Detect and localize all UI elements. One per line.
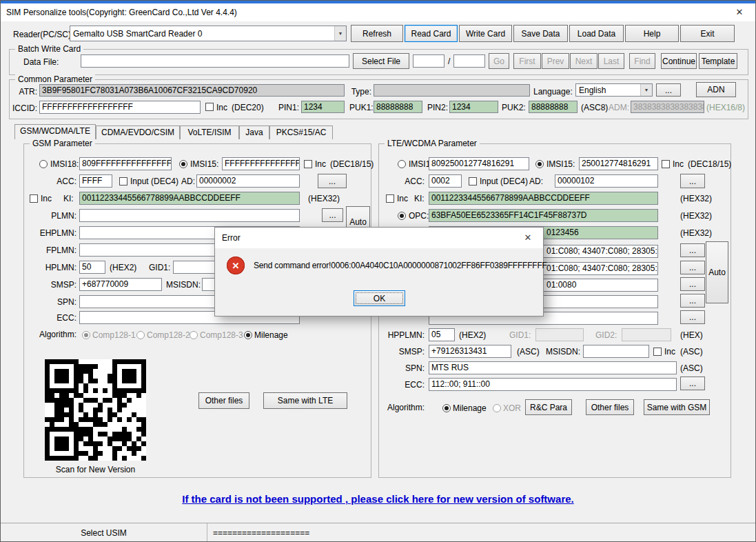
lte-plmn-more-button-1[interactable]: ... xyxy=(680,243,705,257)
puk2-input[interactable]: 88888888 xyxy=(529,101,578,113)
puk1-input[interactable]: 88888888 xyxy=(374,101,422,113)
lte-imsi15-radio[interactable] xyxy=(535,160,544,168)
lte-plmn-more-button-2[interactable]: ... xyxy=(680,261,705,274)
lte-imsi18-radio[interactable] xyxy=(398,160,406,168)
lte-plmn-more-button-5[interactable]: ... xyxy=(680,310,705,324)
lte-input-dec4-label: Input (DEC4) xyxy=(480,176,528,187)
gsm-msisdn-label: MSISDN: xyxy=(166,279,201,290)
lte-msisdn-inc-label: Inc xyxy=(664,346,675,357)
tab-gsm-wcdma-lte[interactable]: GSM/WCDMA/LTE xyxy=(14,124,96,139)
lte-acc-input[interactable]: 0002 xyxy=(429,174,462,188)
tab-cdma-evdo-csim[interactable]: CDMA/EVDO/CSIM xyxy=(96,126,180,139)
gsm-input-dec4-checkbox[interactable] xyxy=(119,177,127,185)
gsm-imsi-inc-checkbox[interactable] xyxy=(304,160,312,168)
gsm-plmn-more-button[interactable]: ... xyxy=(322,208,343,222)
chevron-down-icon[interactable]: ▼ xyxy=(640,84,652,96)
template-button[interactable]: Template xyxy=(699,53,737,69)
chevron-down-icon[interactable]: ▼ xyxy=(334,26,346,41)
pin1-label: PIN1: xyxy=(278,102,299,113)
lte-msisdn-inc-checkbox[interactable] xyxy=(653,348,662,356)
lte-hpplmn-input[interactable]: 05 xyxy=(429,328,455,341)
next-button[interactable]: Next xyxy=(570,53,597,69)
gsm-same-with-lte-button[interactable]: Same with LTE xyxy=(263,392,347,409)
gsm-smsp-input[interactable]: +687770009 xyxy=(79,278,162,291)
iccid-inc-checkbox[interactable] xyxy=(205,103,214,111)
find-button[interactable]: Find xyxy=(629,53,655,69)
tab-pkcs15-ac[interactable]: PKCS#15/AC xyxy=(269,126,333,139)
lte-imsi15-input[interactable]: 250012774816291 xyxy=(579,157,658,170)
pin1-input[interactable]: 1234 xyxy=(301,101,345,113)
lte-plmn-more-button-4[interactable]: ... xyxy=(680,294,705,308)
gsm-ad-input[interactable]: 00000002 xyxy=(196,174,300,188)
help-button[interactable]: Help xyxy=(625,25,679,42)
page-current-input[interactable] xyxy=(413,54,445,68)
lte-input-dec4-checkbox[interactable] xyxy=(469,177,477,185)
adn-button[interactable]: ADN xyxy=(696,82,736,97)
lte-plmn-auto-button[interactable]: Auto xyxy=(706,241,728,303)
lte-ecc-input[interactable]: 112::00; 911::00 xyxy=(429,378,677,391)
page-separator: / xyxy=(448,56,450,67)
write-card-button[interactable]: Write Card xyxy=(459,25,512,42)
tab-volte-isim[interactable]: VoLTE/ISIM xyxy=(180,126,239,139)
language-select[interactable]: English ▼ xyxy=(575,83,653,97)
lte-same-with-gsm-button[interactable]: Same with GSM xyxy=(644,399,710,415)
lte-smsp-input[interactable]: +79126313431 xyxy=(429,345,511,358)
error-ok-button[interactable]: OK xyxy=(354,290,405,306)
gsm-spn-label: SPN: xyxy=(24,297,76,308)
new-version-link[interactable]: If the card is not been supported , plea… xyxy=(182,493,573,505)
language-more-button[interactable]: ... xyxy=(656,83,681,97)
reader-select[interactable]: Gemalto USB SmartCard Reader 0 ▼ xyxy=(70,26,347,41)
load-data-button[interactable]: Load Data xyxy=(569,25,624,42)
lte-ecc-label: ECC: xyxy=(379,379,425,390)
gsm-imsi15-radio[interactable] xyxy=(179,160,187,168)
lte-other-files-button[interactable]: Other files xyxy=(586,399,634,415)
window-close-icon[interactable]: ✕ xyxy=(724,3,755,21)
lte-rc-para-button[interactable]: R&C Para xyxy=(525,399,572,415)
go-button[interactable]: Go xyxy=(489,53,509,69)
gsm-ki-inc-checkbox[interactable] xyxy=(30,194,38,203)
lte-imsi-inc-checkbox[interactable] xyxy=(662,160,670,168)
gsm-comp128-1-radio[interactable] xyxy=(82,331,90,339)
gsm-comp128-3-radio[interactable] xyxy=(190,331,198,339)
iccid-input[interactable]: FFFFFFFFFFFFFFFFFF xyxy=(39,101,201,114)
lte-plmn-more-button-3[interactable]: ... xyxy=(680,277,705,291)
lte-milenage-radio[interactable] xyxy=(442,404,451,412)
gsm-hplmn-input[interactable]: 50 xyxy=(79,261,105,274)
lte-xor-radio[interactable] xyxy=(493,404,501,412)
exit-button[interactable]: Exit xyxy=(680,25,735,42)
pin2-input[interactable]: 1234 xyxy=(449,101,498,113)
lte-ecc-more-button[interactable]: ... xyxy=(680,377,705,390)
gsm-ki-input[interactable]: 00112233445566778899AABBCCDDEEFF xyxy=(79,192,300,205)
gsm-other-files-button[interactable]: Other files xyxy=(198,392,249,409)
gsm-plmn-input[interactable] xyxy=(79,209,300,222)
lte-ad-more-button[interactable]: ... xyxy=(680,174,705,188)
lte-imsi18-input[interactable]: 809250012774816291 xyxy=(429,157,529,170)
lte-msisdn-input[interactable] xyxy=(583,345,649,358)
last-button[interactable]: Last xyxy=(598,53,624,69)
lte-opc-radio[interactable] xyxy=(398,212,406,220)
continue-button[interactable]: Continue xyxy=(661,53,697,69)
gsm-imsi18-radio[interactable] xyxy=(39,160,48,168)
gsm-acc-input[interactable]: FFFF xyxy=(79,174,112,188)
gsm-ad-more-button[interactable]: ... xyxy=(318,174,347,188)
lte-ad-input[interactable]: 00000102 xyxy=(555,174,658,188)
page-total-input[interactable] xyxy=(453,54,485,68)
save-data-button[interactable]: Save Data xyxy=(513,25,568,42)
lte-ki-input[interactable]: 00112233445566778899AABBCCDDEEFF xyxy=(429,192,658,205)
select-file-button[interactable]: Select File xyxy=(353,53,409,69)
data-file-input[interactable] xyxy=(81,54,349,68)
gsm-imsi18-input[interactable]: 809FFFFFFFFFFFFFFF xyxy=(79,157,172,170)
gsm-imsi15-input[interactable]: FFFFFFFFFFFFFFF xyxy=(222,157,300,170)
error-dialog-close-icon[interactable]: ✕ xyxy=(513,228,543,248)
prev-button[interactable]: Prev xyxy=(542,53,569,69)
lte-ki-inc-checkbox[interactable] xyxy=(386,194,394,203)
lte-spn-input[interactable]: MTS RUS xyxy=(429,361,677,374)
first-button[interactable]: First xyxy=(513,53,541,69)
refresh-button[interactable]: Refresh xyxy=(351,25,403,42)
lte-gid2-input xyxy=(622,328,671,341)
gsm-comp128-2-radio[interactable] xyxy=(136,331,145,339)
gsm-milenage-radio[interactable] xyxy=(244,331,252,339)
tab-java[interactable]: Java xyxy=(239,126,269,139)
lte-opc-input[interactable]: 63BFA50EE6523365FF14C1F45F88737D xyxy=(429,209,658,222)
read-card-button[interactable]: Read Card xyxy=(405,25,458,42)
